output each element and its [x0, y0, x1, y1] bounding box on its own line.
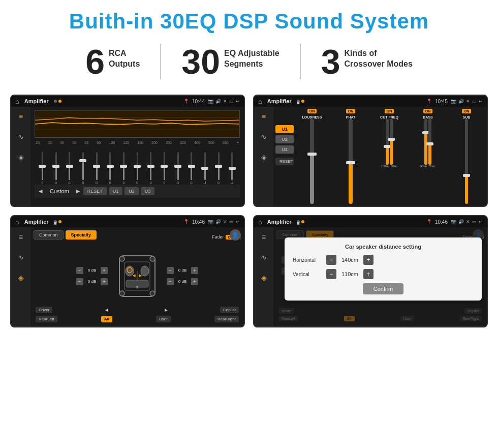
slider-thumb-7[interactable]: [120, 165, 127, 168]
slider-col-15: -1: [225, 152, 239, 185]
bass-slider-g[interactable]: [428, 119, 431, 165]
sidebar-wave-icon[interactable]: ∿: [14, 130, 27, 143]
slider-thumb-11[interactable]: [174, 165, 181, 168]
rr-plus-button[interactable]: +: [191, 278, 198, 285]
loudness-slider[interactable]: [310, 119, 314, 204]
slider-track-2[interactable]: [55, 152, 57, 180]
right-arrow-button[interactable]: ►: [161, 306, 172, 314]
slider-thumb-3[interactable]: [66, 165, 73, 168]
stat-number-rca: 6: [85, 44, 105, 79]
slider-track-13[interactable]: [204, 152, 206, 180]
slider-track-15[interactable]: [231, 152, 233, 180]
phat-label: PHAT: [346, 115, 356, 119]
sub-thumb[interactable]: [463, 174, 470, 177]
slider-track-9[interactable]: [150, 152, 151, 180]
slider-thumb-2[interactable]: [52, 165, 59, 168]
slider-track-3[interactable]: [69, 152, 70, 180]
common-tab[interactable]: Common: [34, 230, 64, 240]
bass-g-thumb[interactable]: [426, 142, 433, 145]
u2-button[interactable]: U2: [124, 187, 139, 195]
prev-button[interactable]: ◄: [38, 188, 44, 195]
slider-thumb-9[interactable]: [147, 165, 154, 168]
u1-button[interactable]: U1: [109, 187, 123, 195]
all-button[interactable]: All: [101, 316, 112, 322]
rr-minus-button[interactable]: −: [167, 278, 174, 285]
slider-val-1: 0: [41, 181, 43, 185]
home-icon-3[interactable]: ⌂: [15, 218, 19, 226]
u3-button[interactable]: U3: [141, 187, 155, 195]
bass-slider-f[interactable]: [424, 119, 427, 165]
u2-amp-button[interactable]: U2: [275, 135, 294, 143]
slider-thumb-12[interactable]: [188, 165, 195, 168]
slider-thumb-6[interactable]: [107, 165, 114, 168]
vertical-plus-button[interactable]: +: [363, 269, 374, 279]
slider-thumb-4[interactable]: [79, 159, 86, 162]
slider-track-11[interactable]: [177, 152, 179, 180]
sliders-row: 0 0 0: [35, 146, 240, 185]
profile-button-3[interactable]: 👤: [230, 229, 241, 241]
rearright-button[interactable]: RearRight: [214, 316, 239, 322]
slider-thumb-10[interactable]: [161, 165, 168, 168]
slider-thumb-13[interactable]: [201, 167, 208, 170]
rl-plus-button[interactable]: +: [101, 278, 108, 285]
slider-thumb-8[interactable]: [134, 165, 141, 168]
cutfreq-f-thumb[interactable]: [388, 138, 395, 141]
slider-track-4[interactable]: [82, 152, 84, 180]
reset-button[interactable]: RESET: [83, 187, 107, 195]
slider-thumb-15[interactable]: [229, 167, 236, 170]
fl-minus-button[interactable]: −: [76, 267, 83, 274]
sidebar-speaker-icon-2[interactable]: ◈: [257, 151, 270, 164]
sidebar-eq-icon-4[interactable]: ≡: [257, 230, 270, 244]
sidebar-speaker-icon[interactable]: ◈: [14, 151, 27, 164]
sidebar-eq-icon-3[interactable]: ≡: [14, 230, 27, 244]
specialty-tab[interactable]: Specialty: [66, 230, 97, 240]
horizontal-minus-button[interactable]: −: [326, 255, 336, 265]
home-icon-2[interactable]: ⌂: [258, 98, 262, 105]
cutfreq-slider-g[interactable]: [386, 119, 389, 165]
sidebar-eq-icon[interactable]: ≡: [14, 110, 27, 123]
phat-slider[interactable]: [349, 119, 353, 204]
fr-minus-button[interactable]: −: [167, 267, 174, 274]
slider-thumb-5[interactable]: [93, 165, 100, 168]
slider-track-1[interactable]: [42, 152, 43, 180]
vertical-minus-button[interactable]: −: [326, 269, 336, 279]
slider-track-8[interactable]: [137, 152, 138, 180]
sidebar-speaker-icon-4[interactable]: ◈: [257, 271, 270, 284]
amp-reset-button[interactable]: RESET: [275, 158, 294, 165]
home-icon-1[interactable]: ⌂: [15, 98, 19, 105]
u3-amp-button[interactable]: U3: [275, 145, 294, 154]
sidebar-wave-icon-3[interactable]: ∿: [14, 251, 27, 264]
freq-more[interactable]: »: [237, 141, 239, 144]
phat-thumb[interactable]: [346, 161, 355, 164]
loudness-thumb[interactable]: [307, 153, 317, 156]
slider-track-5[interactable]: [96, 152, 98, 180]
sub-slider[interactable]: [465, 119, 468, 204]
slider-thumb-14[interactable]: [215, 165, 222, 168]
driver-button[interactable]: Driver: [36, 307, 52, 313]
cutfreq-slider-f[interactable]: [390, 119, 393, 165]
user-button[interactable]: User: [156, 316, 171, 322]
slider-track-12[interactable]: [191, 152, 192, 180]
sidebar-eq-icon-2[interactable]: ≡: [257, 110, 270, 123]
left-arrow-button[interactable]: ◄: [101, 306, 112, 314]
sidebar-wave-icon-4[interactable]: ∿: [257, 251, 270, 264]
home-icon-4[interactable]: ⌂: [258, 218, 262, 226]
confirm-button[interactable]: Confirm: [363, 283, 403, 294]
sidebar-wave-icon-2[interactable]: ∿: [257, 130, 270, 143]
u1-amp-button[interactable]: U1: [275, 125, 294, 133]
slider-track-10[interactable]: [164, 152, 165, 180]
fl-plus-button[interactable]: +: [101, 267, 108, 274]
copilot-button[interactable]: Copilot: [220, 307, 239, 313]
fr-plus-button[interactable]: +: [191, 267, 198, 274]
slider-track-7[interactable]: [123, 152, 124, 180]
rearleft-button[interactable]: RearLeft: [36, 316, 57, 322]
slider-track-14[interactable]: [218, 152, 220, 180]
sidebar-speaker-icon-3[interactable]: ◈: [14, 271, 27, 284]
horizontal-plus-button[interactable]: +: [363, 255, 374, 265]
rl-minus-button[interactable]: −: [76, 278, 83, 285]
slider-track-6[interactable]: [109, 152, 111, 180]
slider-thumb-1[interactable]: [39, 165, 46, 168]
next-button[interactable]: ►: [75, 188, 81, 195]
slider-col-7: 0: [117, 152, 131, 185]
bass-f-fill: [424, 133, 427, 165]
